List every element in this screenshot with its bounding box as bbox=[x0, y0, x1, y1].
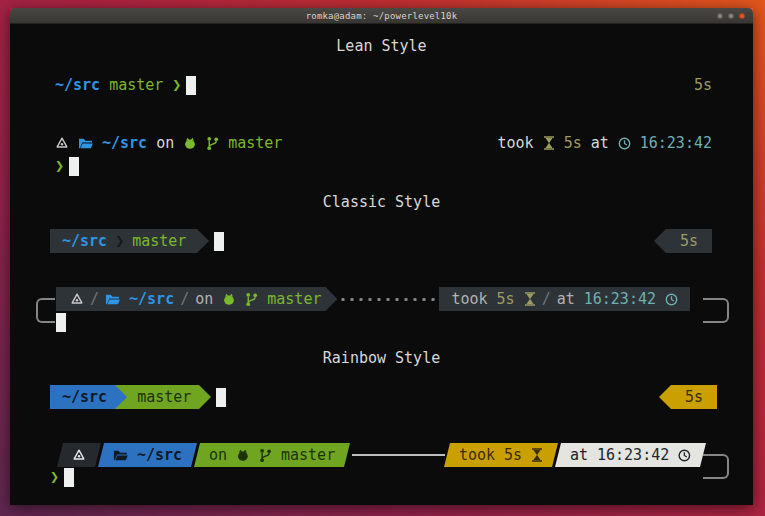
rainbow-p1-git-branch: master bbox=[137, 388, 191, 406]
git-branch-icon bbox=[206, 136, 219, 151]
github-icon bbox=[222, 293, 236, 306]
rainbow-p1-cursor bbox=[216, 388, 226, 407]
classic-p1-separator: ❯ bbox=[107, 232, 132, 250]
lean-p1-git-branch: master bbox=[109, 76, 163, 94]
classic-p2-left-segment: / ~/src / on master bbox=[56, 287, 337, 311]
classic-p2-cursor bbox=[56, 313, 66, 332]
lean-p2-duration: 5s bbox=[564, 134, 582, 152]
classic-p1-left-segment: ~/src ❯ master bbox=[50, 229, 197, 253]
classic-p2-on-label: on bbox=[195, 290, 213, 308]
rainbow-p2-duration-segment: took 5s bbox=[444, 443, 558, 467]
clock-icon bbox=[618, 137, 631, 150]
rainbow-p2-cursor bbox=[64, 468, 74, 487]
os-icon bbox=[55, 136, 69, 150]
lean-p1-cursor bbox=[186, 76, 196, 95]
lean-p1-duration: 5s bbox=[694, 76, 712, 94]
rainbow-prompt-2-line-2: ❯ bbox=[50, 467, 74, 487]
rainbow-p1-duration-segment: 5s bbox=[671, 385, 717, 409]
rainbow-p2-git-segment: on master bbox=[194, 443, 350, 467]
classic-p1-duration: 5s bbox=[680, 232, 698, 250]
prompt-frame-right bbox=[703, 454, 729, 479]
minimize-button[interactable] bbox=[717, 13, 723, 19]
terminal-window: romka@adam: ~/powerlevel10k Lean Style ~… bbox=[10, 8, 753, 505]
rainbow-p2-git-branch: master bbox=[281, 446, 335, 464]
classic-p2-time: 16:23:42 bbox=[584, 290, 656, 308]
lean-p2-at-label: at bbox=[591, 134, 609, 152]
rainbow-p1-git-segment: master bbox=[127, 385, 199, 409]
hourglass-icon bbox=[524, 292, 536, 306]
os-icon bbox=[70, 292, 84, 306]
rainbow-p2-prompt-char: ❯ bbox=[50, 468, 59, 486]
clock-icon bbox=[678, 449, 691, 462]
rainbow-p2-took-label: took bbox=[459, 446, 495, 464]
classic-p2-took-label: took bbox=[451, 290, 487, 308]
rainbow-style-heading: Rainbow Style bbox=[10, 348, 753, 368]
lean-p2-took-label: took bbox=[498, 134, 534, 152]
classic-p2-git-branch: master bbox=[267, 290, 321, 308]
classic-p2-right-segment: took 5s / at 16:23:42 bbox=[439, 287, 690, 311]
rainbow-p1-dir-segment: ~/src bbox=[50, 385, 115, 409]
rainbow-p2-time: 16:23:42 bbox=[597, 446, 669, 464]
window-controls bbox=[717, 8, 745, 23]
classic-p1-dir: ~/src bbox=[62, 232, 107, 250]
rainbow-p2-dir: ~/src bbox=[137, 446, 182, 464]
classic-p1-cursor bbox=[214, 232, 224, 251]
os-icon bbox=[72, 448, 86, 462]
rainbow-p2-dir-segment: ~/src bbox=[98, 443, 197, 467]
segment-arrow-icon bbox=[654, 229, 666, 253]
lean-p2-time: 16:23:42 bbox=[640, 134, 712, 152]
git-branch-icon bbox=[245, 292, 258, 307]
classic-prompt-2-line-1: / ~/src / on master took 5s bbox=[56, 287, 690, 311]
window-titlebar[interactable]: romka@adam: ~/powerlevel10k bbox=[10, 8, 753, 24]
lean-p2-dir: ~/src bbox=[102, 134, 147, 152]
maximize-button[interactable] bbox=[728, 13, 734, 19]
window-title: romka@adam: ~/powerlevel10k bbox=[306, 11, 458, 21]
git-branch-icon bbox=[259, 448, 272, 463]
lean-prompt-1: ~/src master ❯ 5s bbox=[55, 75, 712, 95]
close-button[interactable] bbox=[739, 13, 745, 19]
rainbow-prompt-1: ~/src master 5s bbox=[50, 385, 717, 409]
hourglass-icon bbox=[543, 136, 555, 150]
lean-p1-dir: ~/src bbox=[55, 76, 100, 94]
hourglass-icon bbox=[531, 448, 543, 462]
terminal-screen[interactable]: Lean Style ~/src master ❯ 5s ~/src on bbox=[10, 24, 753, 505]
lean-p1-prompt-char: ❯ bbox=[172, 76, 181, 94]
classic-prompt-2-line-2 bbox=[56, 313, 66, 332]
lean-p2-on-label: on bbox=[156, 134, 174, 152]
classic-p2-duration: 5s bbox=[497, 290, 515, 308]
rainbow-p2-on-label: on bbox=[209, 446, 227, 464]
segment-arrow-icon bbox=[197, 229, 209, 253]
segment-arrow-icon bbox=[199, 385, 211, 409]
lean-p2-prompt-char: ❯ bbox=[55, 157, 64, 175]
lean-p2-cursor bbox=[69, 157, 79, 176]
rainbow-p2-duration: 5s bbox=[504, 446, 522, 464]
lean-p2-git-branch: master bbox=[228, 134, 282, 152]
classic-p2-separator: / bbox=[84, 290, 105, 308]
classic-p1-right-segment: 5s bbox=[666, 229, 712, 253]
github-icon bbox=[236, 449, 250, 462]
classic-prompt-1: ~/src ❯ master 5s bbox=[50, 229, 712, 253]
rainbow-p1-dir: ~/src bbox=[62, 388, 107, 406]
lean-prompt-2-line-2: ❯ bbox=[55, 156, 79, 176]
folder-icon bbox=[105, 293, 120, 306]
classic-p2-separator: / bbox=[536, 290, 557, 308]
lean-style-heading: Lean Style bbox=[10, 36, 753, 56]
rainbow-p2-time-segment: at 16:23:42 bbox=[555, 443, 706, 467]
classic-style-heading: Classic Style bbox=[10, 192, 753, 212]
classic-p2-at-label: at bbox=[557, 290, 575, 308]
rainbow-prompt-2-line-1: ~/src on master took 5s bbox=[60, 443, 703, 467]
folder-icon bbox=[113, 449, 128, 462]
prompt-frame-right bbox=[703, 298, 729, 323]
classic-p2-separator: / bbox=[174, 290, 195, 308]
github-icon bbox=[183, 137, 197, 150]
rainbow-p1-duration: 5s bbox=[685, 388, 703, 406]
segment-arrow-icon bbox=[115, 385, 127, 409]
segment-arrow-icon bbox=[659, 385, 671, 409]
rainbow-p2-os-segment bbox=[57, 443, 101, 467]
connector-line bbox=[352, 454, 444, 456]
classic-p2-dir: ~/src bbox=[129, 290, 174, 308]
prompt-frame-left bbox=[36, 298, 55, 323]
connector-dots bbox=[341, 298, 435, 301]
clock-icon bbox=[665, 293, 678, 306]
rainbow-p2-at-label: at bbox=[570, 446, 588, 464]
